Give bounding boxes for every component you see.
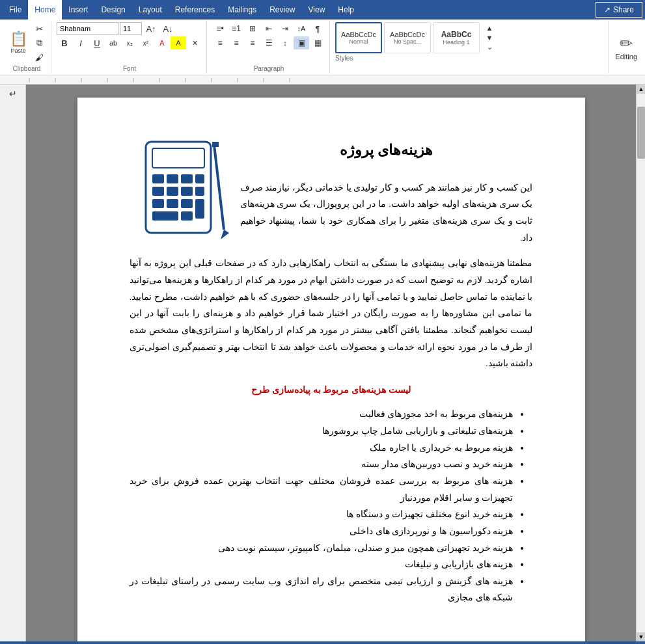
svg-marker-17 [221, 230, 229, 239]
align-right-button[interactable]: ≡ [245, 36, 260, 49]
svg-rect-2 [152, 174, 164, 183]
svg-rect-13 [195, 199, 204, 219]
paragraph-label: Paragraph [212, 64, 325, 72]
align-left-button[interactable]: ≡ [212, 36, 228, 49]
ruler: | | | | | | | | | | | [0, 75, 645, 85]
svg-rect-3 [167, 174, 178, 183]
svg-rect-9 [195, 187, 204, 196]
style-no-spacing[interactable]: AaBbCcDc No Spac... [384, 22, 431, 53]
left-panel-btn1[interactable]: ↵ [5, 87, 21, 100]
decrease-font-button[interactable]: A↓ [160, 22, 176, 35]
svg-rect-5 [195, 174, 204, 183]
justify-button[interactable]: ☰ [261, 36, 277, 49]
svg-rect-11 [167, 199, 178, 208]
tab-review[interactable]: Review [263, 0, 301, 20]
tab-insert[interactable]: Insert [62, 0, 94, 20]
svg-rect-15 [181, 211, 193, 221]
font-color-button[interactable]: A [154, 36, 170, 49]
highlight-button[interactable]: A [171, 36, 186, 49]
copy-button[interactable]: ⧉ [31, 36, 47, 49]
cut-icon: ✂ [36, 24, 43, 34]
svg-line-16 [214, 145, 224, 230]
numbering-button[interactable]: ≡1 [228, 22, 244, 35]
svg-rect-14 [152, 211, 178, 221]
list-item: هزینه خرید انوع مختلف تجهیزات و دستگاه ه… [130, 506, 514, 523]
clipboard-buttons: 📋 Paste ✂ ⧉ 🖌 [7, 22, 47, 64]
styles-more-button[interactable]: ⌄ [482, 42, 497, 52]
bold-button[interactable]: B [57, 36, 72, 49]
tab-file[interactable]: File [3, 0, 28, 20]
font-label: Font [57, 64, 202, 72]
share-icon: ↗ [604, 5, 611, 14]
para-list-buttons: ≡• ≡1 ⊞ ⇤ ⇥ ↕A ¶ [212, 22, 325, 35]
clipboard-label: Clipboard [7, 64, 47, 72]
subscript-button[interactable]: x₂ [122, 36, 137, 49]
share-button[interactable]: ↗ Share [596, 2, 642, 18]
list-item: هزینه های گزینش و ارزیابی تیمی متخصص برا… [130, 573, 514, 606]
svg-rect-10 [152, 199, 164, 208]
styles-items: AaBbCcDc Normal AaBbCcDc No Spac... AaBb… [335, 22, 604, 53]
bullets-button[interactable]: ≡• [212, 22, 228, 35]
tab-design[interactable]: Design [94, 0, 131, 20]
increase-indent-button[interactable]: ⇥ [277, 22, 293, 35]
svg-rect-7 [167, 187, 178, 196]
decrease-indent-button[interactable]: ⇤ [261, 22, 277, 35]
ribbon-toolbar: 📋 Paste ✂ ⧉ 🖌 Clipboard A↑ [0, 20, 645, 75]
paragraph-controls: ≡• ≡1 ⊞ ⇤ ⇥ ↕A ¶ ≡ ≡ ≡ ☰ ↕ ▣ ▦ [212, 22, 325, 64]
align-center-button[interactable]: ≡ [228, 36, 244, 49]
show-formatting-button[interactable]: ¶ [310, 22, 325, 35]
scrollbar-thumb[interactable] [637, 107, 645, 159]
tab-layout[interactable]: Layout [132, 0, 169, 20]
tab-references[interactable]: References [169, 0, 221, 20]
clipboard-group: 📋 Paste ✂ ⧉ 🖌 Clipboard [3, 21, 51, 74]
status-bar: Page 6 of 11 3809 words Persian (Iran) 🎯… [0, 641, 645, 644]
list-item: هزینه مربوط به خریداری یا اجاره ملک [130, 440, 514, 457]
sort-button[interactable]: ↕A [294, 22, 309, 35]
italic-button[interactable]: I [73, 36, 89, 49]
style-normal[interactable]: AaBbCcDc Normal [335, 22, 382, 53]
multilevel-button[interactable]: ⊞ [245, 22, 260, 35]
styles-down-button[interactable]: ▼ [482, 33, 497, 43]
font-name-input[interactable] [57, 22, 118, 35]
strikethrough-button[interactable]: ab [105, 36, 121, 49]
cut-button[interactable]: ✂ [31, 22, 47, 35]
tab-mailings[interactable]: Mailings [221, 0, 263, 20]
scroll-up-button[interactable]: ▲ [637, 85, 645, 94]
section-heading: لیست هزینه‌های مربوط به پیاده‌سازی طرح [130, 381, 533, 399]
paste-button[interactable]: 📋 Paste [7, 29, 30, 57]
editing-label: Editing [615, 53, 637, 60]
tab-help[interactable]: Help [331, 0, 361, 20]
editing-icon: ✏ [620, 34, 633, 53]
styles-group: AaBbCcDc Normal AaBbCcDc No Spac... AaBb… [331, 21, 609, 74]
style-heading1[interactable]: AaBbCc Heading 1 [433, 22, 480, 53]
font-controls: A↑ A↓ B I U ab x₂ x² A A ✕ [57, 22, 202, 64]
ruler-content: | | | | | | | | | | | [3, 75, 642, 85]
line-spacing-button[interactable]: ↕ [277, 36, 293, 49]
tab-view[interactable]: View [302, 0, 332, 20]
increase-font-button[interactable]: A↑ [143, 22, 159, 35]
copy-icon: ⧉ [36, 38, 42, 48]
svg-rect-12 [181, 199, 193, 208]
svg-rect-6 [152, 187, 164, 196]
tab-home[interactable]: Home [28, 0, 62, 20]
superscript-button[interactable]: x² [138, 36, 154, 49]
editing-section: ✏ Editing [610, 21, 642, 74]
svg-rect-1 [152, 148, 204, 168]
border-button[interactable]: ▦ [310, 36, 325, 49]
paste-icon: 📋 [10, 32, 27, 46]
bullet-list: هزینه‌های مربوط به اخذ مجوزهای فعالیت هز… [130, 406, 533, 606]
format-painter-button[interactable]: 🖌 [31, 51, 47, 64]
right-scrollbar[interactable]: ▲ ▼ [636, 85, 645, 641]
shading-button[interactable]: ▣ [294, 36, 309, 49]
styles-up-button[interactable]: ▲ [482, 23, 497, 33]
underline-button[interactable]: U [89, 36, 105, 49]
clear-format-button[interactable]: ✕ [187, 36, 202, 49]
styles-scroll-buttons: ▲ ▼ ⌄ [482, 23, 497, 52]
list-item: هزینه‌های تبلیغاتی و بازاریابی شامل چاپ … [130, 423, 514, 440]
scroll-down-button[interactable]: ▼ [637, 632, 645, 641]
list-item: هزینه های مربوط به بررسی عمده فروشان مخت… [130, 473, 514, 506]
svg-rect-8 [181, 187, 193, 196]
font-size-input[interactable] [120, 22, 142, 35]
list-item: هزینه‌های مربوط به اخذ مجوزهای فعالیت [130, 406, 514, 423]
scroll-area[interactable]: هزینه‌های پروژه این کسب و کار نیز همانند… [26, 85, 636, 641]
